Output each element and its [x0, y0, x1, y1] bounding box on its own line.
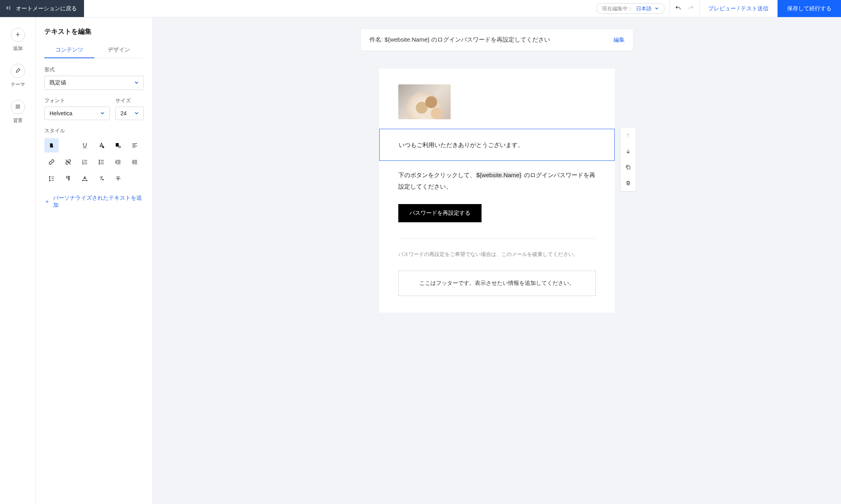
- tab-content[interactable]: コンテンツ: [44, 43, 94, 58]
- chevron-down-icon: [655, 6, 659, 11]
- unlink-button[interactable]: [61, 155, 75, 169]
- underline-button[interactable]: [78, 138, 92, 153]
- email-preview: いつもご利用いただきありがとうございます。 下のボタンをクリックして、${web…: [379, 69, 615, 313]
- email-logo-image[interactable]: [398, 84, 451, 119]
- save-and-continue-button[interactable]: 保存して続行する: [778, 0, 841, 17]
- italic-button[interactable]: [61, 138, 75, 153]
- strikethrough-button[interactable]: [111, 172, 125, 186]
- size-select[interactable]: 24: [115, 107, 144, 120]
- line-height-button[interactable]: [44, 172, 59, 186]
- iconbar-theme[interactable]: テーマ: [11, 64, 25, 88]
- iconbar-background[interactable]: 背景: [11, 100, 25, 124]
- move-up-button[interactable]: [621, 128, 636, 143]
- format-label: 形式: [44, 66, 144, 73]
- language-prefix: 現在編集中：: [602, 5, 633, 12]
- chevron-down-icon: [134, 80, 139, 86]
- hatch-icon: [15, 103, 21, 111]
- svg-rect-1: [116, 143, 119, 147]
- properties-panel: テキストを編集 コンテンツ デザイン 形式 既定値 フォント Helvetica: [36, 17, 153, 504]
- svg-point-0: [102, 146, 104, 148]
- language-selector[interactable]: 現在編集中： 日本語: [596, 3, 665, 14]
- delete-button[interactable]: [621, 175, 636, 191]
- svg-point-2: [119, 146, 121, 148]
- back-label: オートメーションに戻る: [16, 5, 77, 12]
- divider: [398, 238, 596, 239]
- back-to-automation-button[interactable]: オートメーションに戻る: [0, 0, 84, 17]
- svg-point-4: [99, 162, 100, 162]
- subject-bar: 件名: ${website.Name} のログインパスワードを再設定してください…: [360, 29, 634, 51]
- iconbar-add[interactable]: 追加: [11, 28, 25, 52]
- style-label: スタイル: [44, 127, 144, 134]
- highlight-color-button[interactable]: [111, 138, 125, 153]
- variable-token: ${website.Name}: [476, 172, 522, 178]
- svg-point-3: [99, 160, 100, 161]
- chevron-down-icon: [134, 110, 139, 116]
- size-label: サイズ: [115, 97, 144, 104]
- canvas-area: 件名: ${website.Name} のログインパスワードを再設定してください…: [153, 17, 841, 504]
- redo-button[interactable]: [687, 4, 694, 13]
- letter-spacing-button[interactable]: [78, 172, 92, 186]
- back-icon: [5, 4, 12, 13]
- clear-format-button[interactable]: [94, 172, 109, 186]
- font-label: フォント: [44, 97, 110, 104]
- duplicate-button[interactable]: [621, 159, 636, 175]
- panel-title: テキストを編集: [44, 27, 144, 36]
- font-select[interactable]: Helvetica: [44, 107, 110, 120]
- undo-button[interactable]: [675, 4, 682, 13]
- language-value: 日本語: [636, 5, 652, 12]
- brush-icon: [15, 67, 21, 75]
- subject-text: 件名: ${website.Name} のログインパスワードを再設定してください: [369, 36, 550, 44]
- body-text[interactable]: 下のボタンをクリックして、${website.Name} のログインパスワードを…: [398, 170, 596, 192]
- indent-button[interactable]: [111, 155, 125, 169]
- text-direction-button[interactable]: [61, 172, 75, 186]
- footer-placeholder[interactable]: ここはフッターです。表示させたい情報を追加してください。: [398, 271, 596, 296]
- preview-test-send-button[interactable]: プレビュー / テスト送信: [700, 0, 778, 17]
- note-text[interactable]: パスワードの再設定をご希望でない場合は、このメールを破棄してください。: [398, 250, 596, 259]
- svg-rect-6: [627, 166, 630, 169]
- move-down-button[interactable]: [621, 143, 636, 159]
- text-color-button[interactable]: [94, 138, 109, 153]
- add-personalized-text-button[interactable]: ＋ パーソナライズされたテキストを追加: [44, 195, 144, 209]
- plus-icon: [15, 31, 21, 39]
- plus-icon: ＋: [44, 198, 50, 205]
- greeting-text: いつもご利用いただきありがとうございます。: [399, 139, 595, 150]
- left-iconbar: 追加 テーマ 背景: [0, 17, 36, 504]
- subject-edit-button[interactable]: 編集: [614, 36, 625, 44]
- ordered-list-button[interactable]: [78, 155, 92, 169]
- selected-text-block[interactable]: いつもご利用いただきありがとうございます。: [379, 129, 615, 161]
- svg-point-5: [99, 164, 100, 164]
- bold-button[interactable]: [44, 138, 59, 153]
- block-float-toolbar: [620, 127, 636, 191]
- align-left-button[interactable]: [128, 138, 142, 153]
- tab-design[interactable]: デザイン: [94, 43, 144, 58]
- format-select[interactable]: 既定値: [44, 76, 144, 90]
- outdent-button[interactable]: [128, 155, 142, 169]
- chevron-down-icon: [100, 110, 105, 116]
- reset-password-button[interactable]: パスワードを再設定する: [398, 204, 482, 222]
- link-button[interactable]: [44, 155, 59, 169]
- unordered-list-button[interactable]: [94, 155, 109, 169]
